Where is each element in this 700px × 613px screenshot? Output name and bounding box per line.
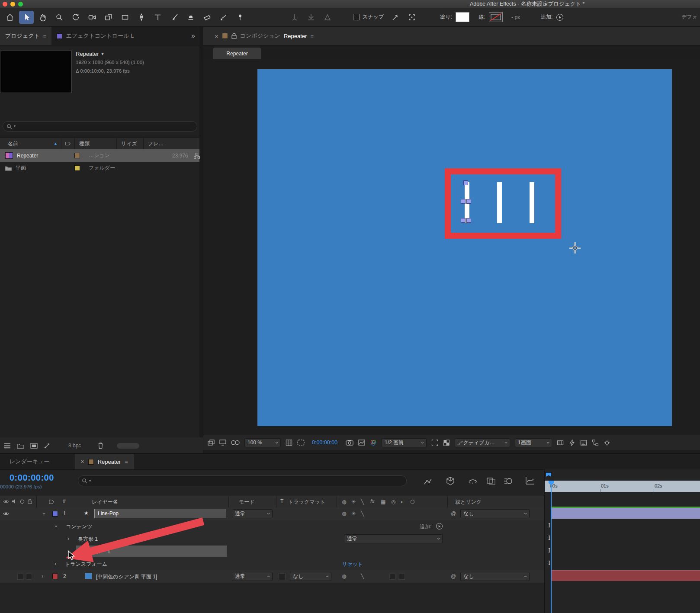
transparency-grid-icon[interactable] — [443, 440, 450, 446]
frame-blend-icon[interactable] — [486, 476, 496, 486]
layer-row-2[interactable]: › 2 [中間色のシアン青 平面 1] 通常 › なし › ◍ ╲ @ なし — [0, 570, 544, 583]
repeater1-label[interactable]: リピーター 1 — [80, 548, 110, 555]
expand-repeater1-icon[interactable]: › — [67, 548, 69, 554]
home-tool[interactable] — [3, 11, 17, 24]
capture-region-icon[interactable] — [405, 11, 419, 24]
col-trkmat[interactable]: トラックマット — [288, 498, 325, 506]
switch-3d-icon[interactable]: ⬡ — [410, 499, 414, 505]
shape-white-bar-3[interactable] — [530, 182, 534, 223]
playhead-line[interactable] — [551, 481, 552, 613]
footer-scroll-pill[interactable] — [117, 443, 139, 449]
selection-handle[interactable] — [461, 199, 466, 204]
world-axis-mode-icon[interactable] — [304, 11, 318, 24]
col-size[interactable]: サイズ — [121, 140, 137, 148]
selection-tool[interactable] — [19, 11, 34, 24]
transform-reset-link[interactable]: リセット — [342, 561, 363, 568]
switch-frameblend-icon[interactable]: ╲ — [361, 499, 364, 505]
shy-layers-icon[interactable] — [468, 477, 478, 486]
timeline-track-area[interactable]: 00s 01s 02s I I I I — [544, 469, 700, 613]
tab-project[interactable]: プロジェクト ≡ — [0, 27, 51, 45]
layer1-parent-select[interactable]: なし › — [460, 509, 530, 518]
type-swatch-folder[interactable] — [74, 165, 80, 171]
layer2-switch-box[interactable] — [26, 574, 32, 580]
channels-icon[interactable] — [370, 440, 377, 446]
new-folder-icon[interactable] — [17, 443, 24, 449]
puppet-pin-tool[interactable] — [233, 11, 247, 24]
comp-marker-bin[interactable] — [546, 473, 551, 477]
lock-column-icon[interactable] — [28, 499, 32, 504]
clone-stamp-tool[interactable] — [183, 11, 198, 24]
col-t[interactable]: T — [280, 498, 283, 504]
col-parent[interactable]: 親とリンク — [455, 498, 482, 506]
panel-menu-icon[interactable]: ≡ — [43, 33, 47, 39]
primary-viewer-icon[interactable] — [219, 440, 226, 446]
selection-handle[interactable] — [461, 218, 466, 223]
lock-icon[interactable] — [231, 33, 237, 39]
time-ruler[interactable]: 00s 01s 02s — [545, 481, 700, 492]
comp-mini-tab[interactable]: Repeater — [213, 48, 261, 59]
tab-render-queue[interactable]: レンダーキュー — [10, 458, 50, 465]
expand-transform-icon[interactable]: › — [55, 561, 56, 566]
view-axis-mode-icon[interactable] — [320, 11, 335, 24]
timeline-search-input[interactable]: ▾ — [78, 475, 407, 486]
selection-handle[interactable] — [466, 218, 471, 223]
contents-row[interactable]: › コンテンツ 追加: — [0, 520, 544, 533]
pen-tool[interactable] — [134, 11, 149, 24]
layer2-pickwhip-icon[interactable]: @ — [451, 573, 456, 579]
switch-quality-icon[interactable]: ▦ — [381, 499, 385, 505]
collapse-contents-icon[interactable]: › — [54, 525, 59, 527]
col-layer-name[interactable]: レイヤー名 — [92, 498, 118, 506]
tab-timeline-comp[interactable]: × Repeater ≡ — [75, 454, 134, 469]
layer1-switch-effects[interactable]: ☀ — [351, 510, 356, 517]
layer1-mode-select[interactable]: 通常 › — [232, 509, 273, 518]
layer2-parent-select[interactable]: なし › — [460, 572, 530, 581]
rect1-row[interactable]: › 長方形 1 通常 › — [0, 533, 544, 546]
eye-icon[interactable] — [3, 511, 10, 516]
shape-rectangle-tool[interactable] — [118, 11, 132, 24]
layer1-switch-blend[interactable]: ╲ — [361, 510, 364, 517]
stroke-swatch[interactable] — [489, 12, 503, 22]
close-icon[interactable]: × — [215, 33, 218, 39]
grid-guides-icon[interactable] — [286, 440, 292, 446]
view-layout-select[interactable]: 1画面 › — [515, 438, 552, 447]
viewer-canvas[interactable] — [203, 59, 700, 435]
col-fps[interactable]: フレ… — [148, 140, 164, 148]
traffic-light-close[interactable] — [3, 2, 7, 6]
switch-motionblur-icon[interactable]: ◎ — [391, 499, 395, 505]
video-column-icon[interactable] — [3, 499, 10, 504]
zoom-select[interactable]: 100 % › — [244, 438, 281, 447]
roto-brush-tool[interactable] — [216, 11, 231, 24]
layer1-pickwhip-icon[interactable]: @ — [451, 510, 456, 517]
traffic-light-zoom[interactable] — [18, 2, 23, 6]
col-mode[interactable]: モード — [239, 498, 255, 506]
shape-red-rectangle[interactable] — [445, 168, 561, 239]
layer2-label-chip[interactable] — [52, 574, 58, 579]
layer-row-1[interactable]: › 1 ★ Line-Pop 通常 › ◍ ☀ ╲ @ なし › — [0, 507, 544, 520]
comp-info-name[interactable]: Repeater — [76, 51, 99, 57]
resolution-select[interactable]: 1/2 画質 › — [382, 438, 427, 447]
expand-layer2-icon[interactable]: › — [42, 573, 43, 579]
label-column-icon[interactable] — [65, 141, 71, 147]
layer2-duration-bar[interactable] — [552, 570, 700, 581]
trash-icon[interactable] — [97, 442, 104, 449]
bpc-label[interactable]: 8 bpc — [68, 443, 81, 449]
current-timecode[interactable]: 0:00:00:00 — [10, 473, 54, 483]
comp-mini-flowchart-icon[interactable] — [423, 477, 433, 486]
label-column-icon[interactable] — [48, 499, 55, 504]
close-icon[interactable]: × — [81, 459, 84, 465]
eraser-tool[interactable] — [200, 11, 215, 24]
new-comp-icon[interactable] — [30, 443, 38, 449]
pan-behind-tool[interactable] — [101, 11, 116, 24]
comp-thumbnail[interactable] — [0, 51, 72, 93]
always-preview-icon[interactable] — [208, 440, 215, 446]
contents-add-label[interactable]: 追加: — [420, 523, 431, 530]
col-type[interactable]: 種類 — [79, 140, 90, 148]
switch-shy-icon[interactable]: ◍ — [342, 499, 346, 505]
active-camera-select[interactable]: アクティブカ… › — [455, 438, 510, 447]
layer2-name[interactable]: [中間色のシアン青 平面 1] — [96, 573, 157, 581]
expand-layer1-icon[interactable]: › — [42, 513, 47, 514]
layer2-preserve-box[interactable] — [279, 573, 286, 580]
hand-tool[interactable] — [35, 11, 50, 24]
anchor-point-crosshair-icon[interactable] — [569, 242, 581, 254]
list-view-icon[interactable] — [3, 443, 11, 449]
